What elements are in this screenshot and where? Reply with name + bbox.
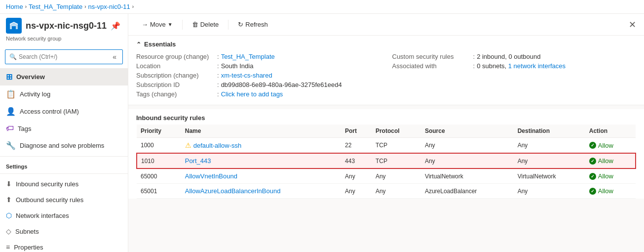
essentials-label: Subscription ID <box>136 81 215 88</box>
rules-table: Priority Name Port Protocol Source Desti… <box>136 125 636 199</box>
main-content: → Move ▼ 🗑 Delete ↻ Refresh ✕ <box>128 14 644 252</box>
col-port: Port <box>341 125 372 138</box>
inbound-icon: ⬇ <box>6 180 12 188</box>
essentials-row-custom-rules: Custom security rules : 2 inbound, 0 out… <box>392 52 637 61</box>
refresh-button[interactable]: ↻ Refresh <box>232 18 273 31</box>
cell-name: ⚠ default-allow-ssh <box>181 138 341 154</box>
cell-priority: 65000 <box>137 168 181 184</box>
cell-priority: 1000 <box>137 138 181 154</box>
sidebar-item-access-control[interactable]: 👤 Access control (IAM) <box>0 103 128 120</box>
search-input[interactable] <box>19 53 111 60</box>
table-row[interactable]: 1010 Port_443 443 TCP Any Any Allow <box>137 153 636 168</box>
essentials-label: Tags (change) <box>136 90 215 98</box>
sidebar-item-tags[interactable]: 🏷 Tags <box>0 120 128 137</box>
sidebar-item-label: Outbound security rules <box>16 196 83 204</box>
essentials-row-sub-id: Subscription ID : db99d808-6e89-480a-96a… <box>136 80 380 89</box>
delete-icon: 🗑 <box>192 21 198 28</box>
essentials-value-tags: Click here to add tags <box>221 90 283 98</box>
essentials-value-subscription: xm-test-cs-shared <box>221 72 272 79</box>
essentials-value-rg: Test_HA_Template <box>221 53 275 60</box>
iam-icon: 👤 <box>6 107 16 116</box>
cell-source: AzureLoadBalancer <box>421 184 514 199</box>
cell-priority: 65001 <box>137 184 181 199</box>
refresh-icon: ↻ <box>238 21 243 28</box>
essentials-row-rg: Resource group (change) : Test_HA_Templa… <box>136 52 380 61</box>
breadcrumb: Home › Test_HA_Template › ns-vpx-nic0-11… <box>0 0 644 14</box>
resource-name: ns-vpx-nic-nsg0-11 <box>26 21 107 31</box>
sidebar-item-overview[interactable]: ⊞ Overview <box>0 68 128 85</box>
subscription-link[interactable]: xm-test-cs-shared <box>221 72 272 79</box>
name-with-icon: AllowAzureLoadBalancerInBound <box>185 187 337 195</box>
tags-link[interactable]: Click here to add tags <box>221 90 283 98</box>
settings-nav: ⬇ Inbound security rules ⬆ Outbound secu… <box>0 176 128 252</box>
essentials-label: Location <box>136 62 215 70</box>
nav-section: ⊞ Overview 📋 Activity log 👤 Access contr… <box>0 68 128 154</box>
rule-name-link[interactable]: default-allow-ssh <box>193 142 242 149</box>
activity-icon: 📋 <box>6 89 16 99</box>
cell-source: VirtualNetwork <box>421 168 514 184</box>
collapse-icon[interactable]: « <box>111 52 118 62</box>
col-action: Action <box>585 125 636 138</box>
rg-link[interactable]: Test_HA_Template <box>221 53 275 60</box>
essentials-row-location: Location : South India <box>136 61 380 71</box>
cell-protocol: Any <box>372 168 421 184</box>
breadcrumb-template[interactable]: Test_HA_Template <box>29 3 82 10</box>
resource-subtitle: Network security group <box>0 36 128 45</box>
cell-action: Allow <box>585 168 636 184</box>
table-row[interactable]: 1000 ⚠ default-allow-ssh 22 TCP Any Any … <box>137 138 636 154</box>
resource-icon <box>6 18 22 34</box>
allow-circle-icon <box>589 142 596 149</box>
essentials-value-custom-rules: 2 inbound, 0 outbound <box>477 53 540 60</box>
cell-port: Any <box>341 168 372 184</box>
sidebar-item-label: Network interfaces <box>16 212 69 219</box>
allow-badge: Allow <box>589 157 631 165</box>
table-row[interactable]: 65001 AllowAzureLoadBalancerInBound Any … <box>137 184 636 199</box>
warning-icon: ⚠ <box>185 141 191 149</box>
rule-name-link[interactable]: AllowVnetInBound <box>185 172 237 180</box>
cell-protocol: TCP <box>372 138 421 154</box>
sidebar-item-subnets[interactable]: ◇ Subnets <box>0 223 128 239</box>
cell-name: Port_443 <box>181 153 341 168</box>
overview-icon: ⊞ <box>6 72 12 82</box>
delete-button[interactable]: 🗑 Delete <box>187 18 225 31</box>
cell-action: Allow <box>585 184 636 199</box>
cell-destination: VirtualNetwork <box>514 168 585 184</box>
sidebar-item-network-interfaces[interactable]: ⬡ Network interfaces <box>0 208 128 223</box>
essentials-label: Custom security rules <box>392 53 471 60</box>
pin-icon[interactable]: 📌 <box>111 21 120 31</box>
move-chevron-icon: ▼ <box>168 22 173 27</box>
essentials-section: ⌃ Essentials Resource group (change) : T… <box>128 36 644 105</box>
sidebar-item-diagnose[interactable]: 🔧 Diagnose and solve problems <box>0 137 128 154</box>
essentials-chevron-icon: ⌃ <box>136 41 141 48</box>
sidebar-item-label: Diagnose and solve problems <box>20 142 104 149</box>
essentials-left: Resource group (change) : Test_HA_Templa… <box>136 52 380 99</box>
table-row[interactable]: 65000 AllowVnetInBound Any Any VirtualNe… <box>137 168 636 184</box>
action-label: Allow <box>598 142 613 149</box>
sidebar-item-properties[interactable]: ≡ Properties <box>0 239 128 252</box>
essentials-grid: Resource group (change) : Test_HA_Templa… <box>136 52 636 99</box>
diagnose-icon: 🔧 <box>6 141 16 150</box>
cell-action: Allow <box>585 138 636 154</box>
col-source: Source <box>421 125 514 138</box>
essentials-right: Custom security rules : 2 inbound, 0 out… <box>392 52 637 99</box>
sidebar-item-inbound-rules[interactable]: ⬇ Inbound security rules <box>0 176 128 192</box>
col-priority: Priority <box>137 125 181 138</box>
breadcrumb-home[interactable]: Home <box>6 3 23 10</box>
essentials-header[interactable]: ⌃ Essentials <box>136 36 636 52</box>
cell-name: AllowVnetInBound <box>181 168 341 184</box>
sidebar-item-outbound-rules[interactable]: ⬆ Outbound security rules <box>0 192 128 208</box>
breadcrumb-nic[interactable]: ns-vpx-nic0-11 <box>88 3 130 10</box>
network-interfaces-link[interactable]: 1 network interfaces <box>508 62 566 70</box>
cell-protocol: TCP <box>372 153 421 168</box>
cell-port: 22 <box>341 138 372 154</box>
name-with-icon: AllowVnetInBound <box>185 172 337 180</box>
cell-destination: Any <box>514 153 585 168</box>
cell-destination: Any <box>514 138 585 154</box>
sidebar-item-label: Inbound security rules <box>16 180 78 188</box>
close-button[interactable]: ✕ <box>629 19 636 30</box>
network-icon: ⬡ <box>6 211 12 219</box>
rule-name-link[interactable]: Port_443 <box>185 157 211 165</box>
rule-name-link[interactable]: AllowAzureLoadBalancerInBound <box>185 187 281 195</box>
sidebar-item-activity-log[interactable]: 📋 Activity log <box>0 85 128 103</box>
move-button[interactable]: → Move ▼ <box>136 18 178 31</box>
